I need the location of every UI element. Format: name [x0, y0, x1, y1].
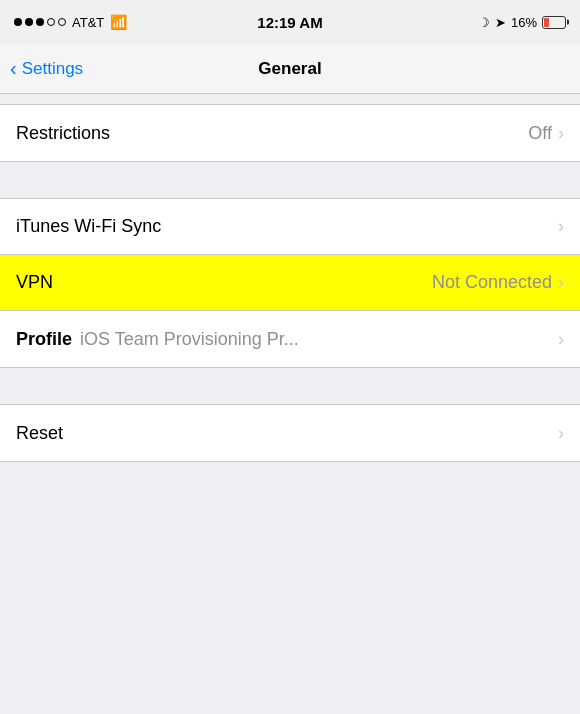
signal-dot-3 [36, 18, 44, 26]
signal-dots [14, 18, 66, 26]
reset-chevron-icon: › [558, 423, 564, 444]
restrictions-label: Restrictions [16, 123, 110, 144]
profile-left: Profile iOS Team Provisioning Pr... [16, 329, 305, 350]
profile-right: › [558, 329, 564, 350]
page-title: General [258, 59, 321, 79]
time-display: 12:19 AM [257, 14, 322, 31]
profile-chevron-icon: › [558, 329, 564, 350]
moon-icon: ☽ [478, 15, 490, 30]
signal-dot-4 [47, 18, 55, 26]
status-right: ☽ ➤ 16% [478, 15, 566, 30]
location-icon: ➤ [495, 15, 506, 30]
vpn-row[interactable]: VPN Not Connected › [0, 255, 580, 311]
battery-fill [544, 18, 549, 27]
spacer-mid [0, 162, 580, 198]
restrictions-value: Off [528, 123, 552, 144]
restrictions-right: Off › [528, 123, 564, 144]
itunes-wifi-sync-label: iTunes Wi-Fi Sync [16, 216, 161, 237]
restrictions-chevron-icon: › [558, 123, 564, 144]
vpn-chevron-icon: › [558, 272, 564, 293]
back-button[interactable]: ‹ Settings [10, 57, 83, 80]
section-itunes-vpn-profile: iTunes Wi-Fi Sync › VPN Not Connected › … [0, 198, 580, 368]
reset-label: Reset [16, 423, 63, 444]
battery-body [542, 16, 566, 29]
status-bar: AT&T 📶 12:19 AM ☽ ➤ 16% [0, 0, 580, 44]
signal-dot-5 [58, 18, 66, 26]
battery-percent: 16% [511, 15, 537, 30]
battery-icon [542, 16, 566, 29]
spacer-final [0, 462, 580, 498]
itunes-wifi-sync-row[interactable]: iTunes Wi-Fi Sync › [0, 199, 580, 255]
profile-value: iOS Team Provisioning Pr... [80, 329, 299, 350]
reset-row[interactable]: Reset › [0, 405, 580, 461]
status-left: AT&T 📶 [14, 14, 127, 30]
section-restrictions: Restrictions Off › [0, 104, 580, 162]
back-label: Settings [22, 59, 83, 79]
restrictions-row[interactable]: Restrictions Off › [0, 105, 580, 161]
carrier-label: AT&T [72, 15, 104, 30]
spacer-bottom [0, 368, 580, 404]
signal-dot-2 [25, 18, 33, 26]
back-chevron-icon: ‹ [10, 57, 17, 80]
itunes-chevron-icon: › [558, 216, 564, 237]
wifi-icon: 📶 [110, 14, 127, 30]
settings-content: Restrictions Off › iTunes Wi-Fi Sync › V… [0, 94, 580, 498]
profile-row[interactable]: Profile iOS Team Provisioning Pr... › [0, 311, 580, 367]
vpn-right: Not Connected › [432, 272, 564, 293]
reset-right: › [558, 423, 564, 444]
section-reset: Reset › [0, 404, 580, 462]
vpn-value: Not Connected [432, 272, 552, 293]
signal-dot-1 [14, 18, 22, 26]
spacer-top [0, 94, 580, 104]
nav-bar: ‹ Settings General [0, 44, 580, 94]
profile-label: Profile [16, 329, 72, 350]
itunes-right: › [558, 216, 564, 237]
vpn-label: VPN [16, 272, 53, 293]
